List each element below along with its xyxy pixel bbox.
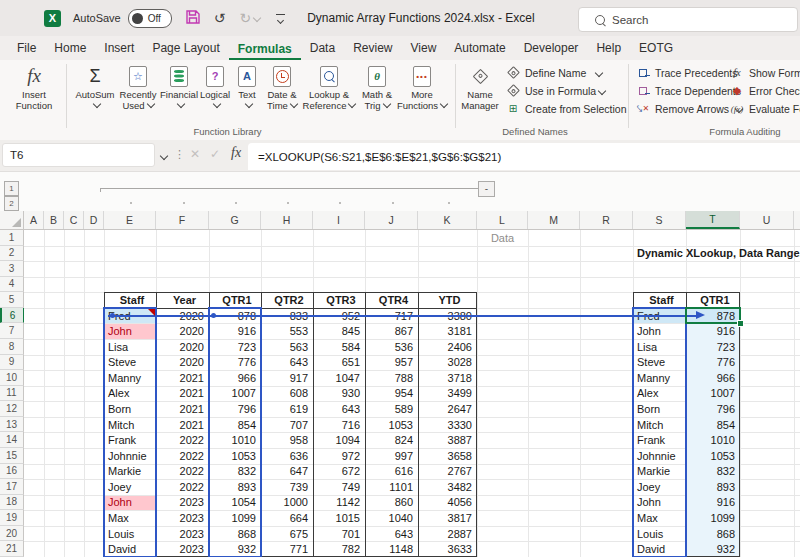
row-header-2[interactable]: 2 bbox=[0, 246, 24, 262]
financial-button[interactable]: Financial bbox=[160, 63, 198, 123]
row-header-13[interactable]: 13 bbox=[0, 417, 24, 433]
comment-marker bbox=[148, 309, 155, 316]
trace-dependents-button[interactable]: Trace Dependents bbox=[636, 84, 741, 97]
row-header-14[interactable]: 14 bbox=[0, 432, 24, 448]
autosave-toggle[interactable]: Off bbox=[128, 9, 172, 28]
logical-button[interactable]: ? Logical bbox=[198, 63, 232, 123]
trace-dependents-icon bbox=[639, 87, 647, 95]
redo-button[interactable]: ↻ bbox=[239, 11, 260, 25]
tab-page-layout[interactable]: Page Layout bbox=[143, 37, 228, 60]
grid[interactable]: StaffYearQTR1QTR2QTR3QTR4YTDFred20208788… bbox=[0, 230, 800, 557]
date-time-button[interactable]: Date & Time bbox=[262, 63, 302, 123]
row-header-4[interactable]: 4 bbox=[0, 277, 24, 293]
row-header-17[interactable]: 17 bbox=[0, 479, 24, 495]
data-label: Data bbox=[477, 230, 528, 246]
remove-arrows-icon: ⤥✕ bbox=[636, 102, 650, 115]
row-header-18[interactable]: 18 bbox=[0, 495, 24, 511]
column-header-K[interactable]: K bbox=[418, 211, 477, 229]
tab-help[interactable]: Help bbox=[587, 37, 630, 60]
column-header-I[interactable]: I bbox=[313, 211, 365, 229]
evaluate-formula-button[interactable]: (fx) Evaluate For bbox=[730, 102, 800, 115]
insert-function-icon: fx bbox=[27, 65, 41, 87]
selected-cell-border[interactable] bbox=[685, 307, 741, 325]
autosum-button[interactable]: Σ AutoSum bbox=[74, 63, 116, 123]
tab-review[interactable]: Review bbox=[344, 37, 401, 60]
undo-button[interactable]: ↺ bbox=[214, 11, 226, 25]
define-name-button[interactable]: Define Name bbox=[506, 66, 602, 79]
column-header-R[interactable]: R bbox=[580, 211, 633, 229]
column-header-D[interactable]: D bbox=[84, 211, 104, 229]
column-header-S[interactable]: S bbox=[633, 211, 686, 229]
trace-precedents-button[interactable]: Trace Precedents bbox=[636, 66, 737, 79]
tab-eotg[interactable]: EOTG bbox=[630, 37, 682, 60]
cancel-icon[interactable]: ✕ bbox=[190, 147, 200, 161]
name-manager-button[interactable]: Name Manager bbox=[458, 63, 502, 123]
column-header-H[interactable]: H bbox=[261, 211, 313, 229]
column-header-G[interactable]: G bbox=[209, 211, 261, 229]
lookup-reference-button[interactable]: Lookup & Reference bbox=[302, 63, 356, 123]
name-box[interactable]: T6 bbox=[2, 143, 155, 167]
outline-level-2-button[interactable]: 2 bbox=[4, 196, 19, 211]
column-header-E[interactable]: E bbox=[104, 211, 156, 229]
row-header-15[interactable]: 15 bbox=[0, 448, 24, 464]
row-header-10[interactable]: 10 bbox=[0, 370, 24, 386]
column-header-M[interactable]: M bbox=[528, 211, 580, 229]
function-library-group-label: Function Library bbox=[150, 126, 305, 137]
formula-input[interactable]: =XLOOKUP(S6:S21,$E$6:$E$21,$G$6:$G$21) bbox=[248, 143, 800, 170]
row-header-8[interactable]: 8 bbox=[0, 339, 24, 355]
column-header-C[interactable]: C bbox=[64, 211, 84, 229]
tab-data[interactable]: Data bbox=[301, 37, 344, 60]
tab-file[interactable]: File bbox=[8, 37, 45, 60]
show-formulas-button[interactable]: fx Show Formu bbox=[730, 66, 800, 79]
tab-automate[interactable]: Automate bbox=[445, 37, 514, 60]
row-header-5[interactable]: 5 bbox=[0, 292, 24, 308]
name-box-chevron-icon[interactable] bbox=[160, 152, 168, 160]
create-from-selection-button[interactable]: ⊞ Create from Selection bbox=[506, 102, 627, 115]
tab-home[interactable]: Home bbox=[45, 37, 95, 60]
math-trig-button[interactable]: θ Math & Trig bbox=[356, 63, 398, 123]
error-checking-button[interactable]: ◆ Error Checkin bbox=[730, 84, 800, 97]
select-all-corner[interactable] bbox=[0, 211, 24, 229]
row-header-16[interactable]: 16 bbox=[0, 464, 24, 480]
tab-view[interactable]: View bbox=[402, 37, 446, 60]
row-header-7[interactable]: 7 bbox=[0, 323, 24, 339]
column-header-F[interactable]: F bbox=[156, 211, 209, 229]
column-header-L[interactable]: L bbox=[477, 211, 528, 229]
formula-bar-handle-icon: ⋮ bbox=[174, 148, 185, 161]
more-functions-button[interactable]: ••• More Functions bbox=[398, 63, 446, 123]
column-header-T[interactable]: T bbox=[686, 211, 740, 229]
save-button[interactable] bbox=[186, 10, 200, 26]
row-header-20[interactable]: 20 bbox=[0, 526, 24, 542]
outline-collapse-button[interactable]: - bbox=[478, 181, 495, 197]
search-input[interactable]: Search bbox=[578, 7, 798, 32]
use-in-formula-chevron-icon bbox=[598, 86, 606, 94]
define-name-chevron-icon bbox=[595, 68, 603, 76]
enter-icon[interactable]: ✓ bbox=[210, 147, 220, 161]
column-header-A[interactable]: A bbox=[24, 211, 44, 229]
row-header-3[interactable]: 3 bbox=[0, 261, 24, 277]
row-header-12[interactable]: 12 bbox=[0, 401, 24, 417]
remove-arrows-button[interactable]: ⤥✕ Remove Arrows bbox=[636, 102, 742, 115]
row-header-21[interactable]: 21 bbox=[0, 541, 24, 557]
tab-developer[interactable]: Developer bbox=[515, 37, 588, 60]
recently-used-button[interactable]: ☆ Recently Used bbox=[116, 63, 160, 123]
ribbon-divider bbox=[455, 64, 456, 128]
use-in-formula-button[interactable]: Use in Formula bbox=[506, 84, 605, 97]
fill-handle[interactable] bbox=[737, 320, 744, 327]
tab-insert[interactable]: Insert bbox=[95, 37, 143, 60]
column-header-B[interactable]: B bbox=[44, 211, 64, 229]
text-button[interactable]: A Text bbox=[232, 63, 262, 123]
row-header-11[interactable]: 11 bbox=[0, 386, 24, 402]
insert-function-fx-icon[interactable]: fx bbox=[231, 145, 241, 161]
outline-level-1-button[interactable]: 1 bbox=[4, 181, 19, 196]
insert-function-button[interactable]: fx Insert Function bbox=[8, 63, 60, 123]
column-header-J[interactable]: J bbox=[365, 211, 418, 229]
row-header-1[interactable]: 1 bbox=[0, 230, 24, 246]
row-header-6[interactable]: 6 bbox=[0, 308, 24, 324]
customize-quick-access-icon[interactable] bbox=[276, 14, 285, 23]
trace-arrow-dot bbox=[110, 313, 115, 318]
column-header-U[interactable]: U bbox=[740, 211, 794, 229]
row-header-9[interactable]: 9 bbox=[0, 355, 24, 371]
tab-formulas[interactable]: Formulas bbox=[229, 38, 301, 61]
row-header-19[interactable]: 19 bbox=[0, 510, 24, 526]
